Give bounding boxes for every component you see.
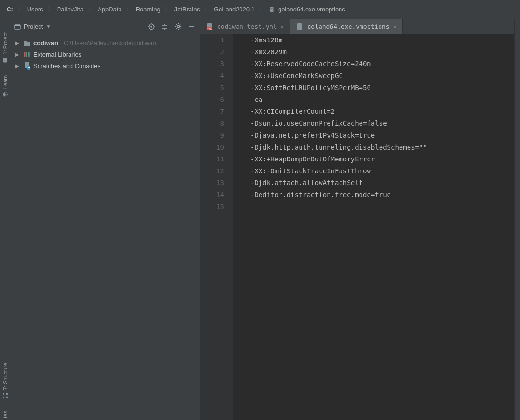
svg-rect-0 — [270, 6, 274, 11]
code-line[interactable]: -Djava.net.preferIPv4Stack=true — [250, 130, 514, 141]
line-number[interactable]: 12 — [200, 165, 224, 177]
line-number[interactable]: 3 — [200, 58, 224, 70]
code-line[interactable]: -XX:+UseConcMarkSweepGC — [250, 70, 514, 82]
yaml-file-icon: YML — [206, 23, 213, 30]
close-tab-button[interactable]: ✕ — [393, 23, 397, 30]
code-line[interactable]: -Dsun.io.useCanonPrefixCache=false — [250, 118, 514, 130]
hide-button[interactable] — [187, 22, 196, 31]
chevron-right-icon: 〉 — [17, 5, 23, 14]
tool-tab-project[interactable]: 1: Project — [2, 30, 8, 65]
scratches-icon — [23, 62, 31, 70]
tree-node-external-libraries[interactable]: ▶ External Libraries — [10, 49, 200, 60]
breadcrumb-item[interactable]: goland64.exe.vmoptions — [267, 4, 347, 14]
chevron-right-icon: 〉 — [126, 5, 132, 14]
settings-button[interactable] — [174, 22, 182, 31]
line-number[interactable]: 4 — [200, 70, 224, 82]
svg-point-21 — [177, 25, 179, 27]
svg-rect-42 — [298, 25, 301, 25]
tab-label: codiwan-test.yml — [217, 23, 277, 30]
code-line[interactable]: -XX:-OmitStackTraceInFastThrow — [250, 165, 514, 177]
svg-rect-43 — [298, 26, 301, 26]
line-number-gutter: 123456789101112131415 — [200, 34, 233, 420]
line-number[interactable]: 11 — [200, 153, 224, 165]
breadcrumb-item[interactable]: PallavJha — [55, 4, 86, 14]
line-number[interactable]: 8 — [200, 118, 224, 130]
svg-rect-5 — [3, 397, 4, 398]
line-number[interactable]: 14 — [200, 189, 224, 201]
svg-rect-4 — [3, 58, 7, 62]
text-file-icon — [296, 23, 303, 30]
structure-icon — [2, 393, 8, 399]
code-line[interactable]: -ea — [250, 94, 514, 106]
chevron-right-icon: 〉 — [259, 5, 265, 14]
code-line[interactable]: -Djdk.http.auth.tunneling.disabledScheme… — [250, 141, 514, 153]
svg-rect-3 — [270, 10, 272, 10]
breadcrumb-item[interactable]: Users — [25, 4, 45, 14]
collapse-all-button[interactable] — [160, 22, 169, 31]
svg-rect-7 — [3, 393, 4, 395]
tool-tab-structure[interactable]: 7: Structure — [2, 361, 8, 400]
line-number[interactable]: 1 — [200, 34, 224, 46]
svg-rect-2 — [270, 9, 272, 9]
tab-label: goland64.exe.vmoptions — [307, 23, 389, 30]
line-number[interactable]: 15 — [200, 201, 224, 213]
line-number[interactable]: 2 — [200, 46, 224, 58]
breadcrumb-item[interactable]: AppData — [96, 4, 124, 14]
line-number[interactable]: 9 — [200, 130, 224, 141]
folder-icon — [23, 40, 31, 46]
file-icon — [269, 6, 275, 13]
breadcrumb-item[interactable]: C: — [5, 4, 15, 14]
svg-rect-45 — [298, 28, 300, 28]
tree-node-scratches[interactable]: ▶ Scratches and Consoles — [10, 60, 200, 71]
tree-label: codiwan — [33, 40, 58, 47]
editor-tab[interactable]: goland64.exe.vmoptions ✕ — [290, 19, 402, 34]
line-number[interactable]: 5 — [200, 82, 224, 94]
svg-line-27 — [180, 28, 180, 29]
tree-node-project-root[interactable]: ▶ codiwan C:\Users\PallavJha\code\codiwa… — [10, 37, 200, 49]
code-line[interactable]: -Xms128m — [250, 34, 514, 46]
code-line[interactable]: -Xmx2029m — [250, 46, 514, 58]
expand-arrow-icon[interactable]: ▶ — [15, 40, 21, 46]
line-number[interactable]: 7 — [200, 106, 224, 118]
line-number[interactable]: 10 — [200, 141, 224, 153]
breadcrumb-item[interactable]: JetBrains — [172, 4, 202, 14]
breadcrumb: C: 〉 Users 〉 PallavJha 〉 AppData 〉 Roami… — [0, 0, 520, 19]
breadcrumb-item[interactable]: GoLand2020.1 — [212, 4, 257, 14]
code-line[interactable]: -Deditor.distraction.free.mode=true — [250, 189, 514, 201]
svg-rect-6 — [6, 397, 8, 398]
code-line[interactable]: -XX:SoftRefLRUPolicyMSPerMB=50 — [250, 82, 514, 94]
code-line[interactable]: -XX:CICompilerCount=2 — [250, 106, 514, 118]
chevron-right-icon: 〉 — [164, 5, 170, 14]
close-tab-button[interactable]: ✕ — [280, 23, 284, 30]
editor-tab[interactable]: YML codiwan-test.yml ✕ — [200, 19, 290, 34]
project-tree[interactable]: ▶ codiwan C:\Users\PallavJha\code\codiwa… — [10, 34, 200, 420]
expand-arrow-icon[interactable]: ▶ — [15, 63, 21, 69]
text-editor[interactable]: 123456789101112131415 -Xms128m-Xmx2029m-… — [200, 34, 514, 420]
project-panel-header: Project ▼ — [10, 19, 200, 34]
project-icon — [2, 57, 8, 63]
chevron-right-icon: 〉 — [47, 5, 53, 14]
line-number[interactable]: 13 — [200, 177, 224, 189]
tool-tab-learn[interactable]: Learn — [2, 73, 8, 99]
svg-rect-33 — [28, 52, 29, 57]
project-view-selector[interactable]: Project ▼ — [14, 23, 50, 30]
svg-line-28 — [176, 28, 177, 29]
chevron-down-icon: ▼ — [46, 24, 50, 29]
code-line[interactable]: -Djdk.attach.allowAttachSelf — [250, 177, 514, 189]
chevron-right-icon: 〉 — [88, 5, 94, 14]
svg-text:YML: YML — [207, 27, 212, 30]
project-icon — [14, 23, 21, 30]
left-tool-stripe: 1: Project Learn 7: Structure tes — [0, 19, 10, 420]
project-panel: Project ▼ ▶ — [10, 19, 200, 420]
locate-button[interactable] — [147, 22, 156, 31]
tool-tab-favorites[interactable]: tes — [2, 409, 8, 420]
svg-rect-1 — [270, 8, 272, 8]
code-line[interactable]: -XX:ReservedCodeCacheSize=240m — [250, 58, 514, 70]
breadcrumb-item[interactable]: Roaming — [134, 4, 162, 14]
tree-label: External Libraries — [33, 51, 81, 58]
expand-arrow-icon[interactable]: ▶ — [15, 52, 21, 57]
code-line[interactable]: -XX:+HeapDumpOnOutOfMemoryError — [250, 153, 514, 165]
line-number[interactable]: 6 — [200, 94, 224, 106]
svg-rect-32 — [26, 52, 28, 57]
svg-line-29 — [180, 24, 180, 25]
